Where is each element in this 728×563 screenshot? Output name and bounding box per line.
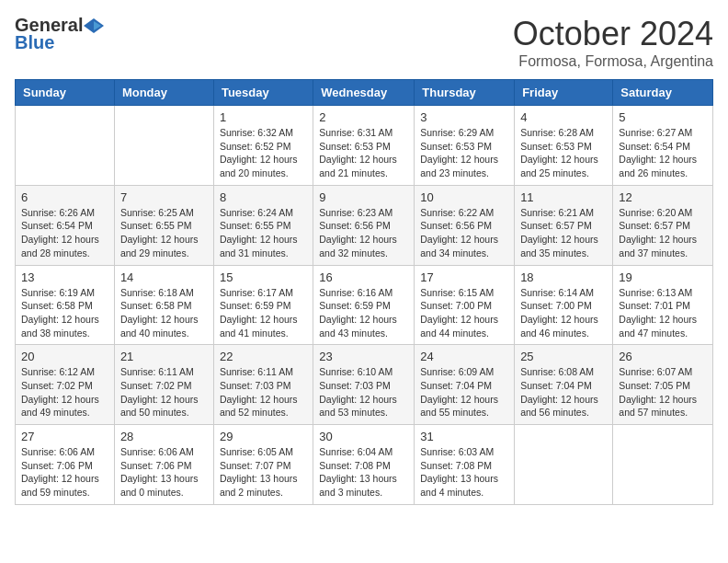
day-number: 1 [220,110,307,124]
calendar-week-row: 20Sunrise: 6:12 AMSunset: 7:02 PMDayligh… [16,345,713,425]
table-row: 11Sunrise: 6:21 AMSunset: 6:57 PMDayligh… [515,185,613,265]
day-info: Sunrise: 6:14 AMSunset: 7:00 PMDaylight:… [520,286,607,340]
day-info: Sunrise: 6:22 AMSunset: 6:56 PMDaylight:… [420,206,508,260]
day-number: 4 [520,110,607,124]
day-info: Sunrise: 6:04 AMSunset: 7:08 PMDaylight:… [319,445,408,500]
day-info: Sunrise: 6:32 AMSunset: 6:52 PMDaylight:… [220,126,307,180]
day-number: 25 [520,350,607,363]
day-number: 23 [319,350,408,363]
table-row: 15Sunrise: 6:17 AMSunset: 6:59 PMDayligh… [213,265,313,345]
table-row: 23Sunrise: 6:10 AMSunset: 7:03 PMDayligh… [313,345,415,425]
day-number: 12 [619,190,707,204]
table-row: 2Sunrise: 6:31 AMSunset: 6:53 PMDaylight… [313,106,415,186]
table-row [515,425,613,505]
day-number: 31 [420,430,508,443]
table-row: 28Sunrise: 6:06 AMSunset: 7:06 PMDayligh… [114,425,213,505]
table-row: 17Sunrise: 6:15 AMSunset: 7:00 PMDayligh… [415,265,515,345]
day-info: Sunrise: 6:08 AMSunset: 7:04 PMDaylight:… [520,365,607,419]
calendar-table: Sunday Monday Tuesday Wednesday Thursday… [15,79,713,505]
table-row [114,106,213,186]
day-number: 19 [619,270,707,284]
day-info: Sunrise: 6:27 AMSunset: 6:54 PMDaylight:… [619,126,707,180]
day-number: 13 [21,270,108,284]
calendar-week-row: 6Sunrise: 6:26 AMSunset: 6:54 PMDaylight… [16,185,713,265]
table-row [16,106,115,186]
table-row: 8Sunrise: 6:24 AMSunset: 6:55 PMDaylight… [213,185,313,265]
day-info: Sunrise: 6:15 AMSunset: 7:00 PMDaylight:… [420,286,508,340]
table-row: 20Sunrise: 6:12 AMSunset: 7:02 PMDayligh… [16,345,115,425]
day-info: Sunrise: 6:10 AMSunset: 7:03 PMDaylight:… [319,365,408,419]
day-info: Sunrise: 6:06 AMSunset: 7:06 PMDaylight:… [120,445,208,500]
day-info: Sunrise: 6:18 AMSunset: 6:58 PMDaylight:… [120,286,208,340]
day-info: Sunrise: 6:16 AMSunset: 6:59 PMDaylight:… [319,286,408,340]
table-row: 24Sunrise: 6:09 AMSunset: 7:04 PMDayligh… [415,345,515,425]
day-number: 29 [220,430,307,443]
logo-blue: Blue [15,32,54,53]
table-row: 1Sunrise: 6:32 AMSunset: 6:52 PMDaylight… [213,106,313,186]
header-tuesday: Tuesday [213,80,313,106]
header-wednesday: Wednesday [313,80,415,106]
day-number: 16 [319,270,408,284]
day-info: Sunrise: 6:11 AMSunset: 7:02 PMDaylight:… [120,365,208,419]
header-saturday: Saturday [613,80,713,106]
day-info: Sunrise: 6:07 AMSunset: 7:05 PMDaylight:… [619,365,707,419]
day-number: 7 [120,190,208,204]
day-number: 27 [21,430,108,443]
day-info: Sunrise: 6:28 AMSunset: 6:53 PMDaylight:… [520,126,607,180]
day-number: 26 [619,350,707,363]
calendar-week-row: 13Sunrise: 6:19 AMSunset: 6:58 PMDayligh… [16,265,713,345]
day-number: 11 [520,190,607,204]
table-row [613,425,713,505]
table-row: 21Sunrise: 6:11 AMSunset: 7:02 PMDayligh… [114,345,213,425]
day-info: Sunrise: 6:19 AMSunset: 6:58 PMDaylight:… [21,286,108,340]
day-number: 17 [420,270,508,284]
table-row: 18Sunrise: 6:14 AMSunset: 7:00 PMDayligh… [515,265,613,345]
table-row: 14Sunrise: 6:18 AMSunset: 6:58 PMDayligh… [114,265,213,345]
table-row: 7Sunrise: 6:25 AMSunset: 6:55 PMDaylight… [114,185,213,265]
day-number: 2 [319,110,408,124]
table-row: 10Sunrise: 6:22 AMSunset: 6:56 PMDayligh… [415,185,515,265]
day-info: Sunrise: 6:12 AMSunset: 7:02 PMDaylight:… [21,365,108,419]
day-number: 18 [520,270,607,284]
table-row: 26Sunrise: 6:07 AMSunset: 7:05 PMDayligh… [613,345,713,425]
day-info: Sunrise: 6:06 AMSunset: 7:06 PMDaylight:… [21,445,108,500]
day-number: 6 [21,190,108,204]
table-row: 16Sunrise: 6:16 AMSunset: 6:59 PMDayligh… [313,265,415,345]
day-number: 5 [619,110,707,124]
month-title: October 2024 [513,15,713,53]
day-number: 22 [220,350,307,363]
title-section: October 2024 Formosa, Formosa, Argentina [513,15,713,70]
table-row: 22Sunrise: 6:11 AMSunset: 7:03 PMDayligh… [213,345,313,425]
logo: General Blue [15,15,105,53]
day-number: 9 [319,190,408,204]
table-row: 30Sunrise: 6:04 AMSunset: 7:08 PMDayligh… [313,425,415,505]
day-info: Sunrise: 6:17 AMSunset: 6:59 PMDaylight:… [220,286,307,340]
day-info: Sunrise: 6:05 AMSunset: 7:07 PMDaylight:… [220,445,307,500]
table-row: 31Sunrise: 6:03 AMSunset: 7:08 PMDayligh… [415,425,515,505]
location-title: Formosa, Formosa, Argentina [513,53,713,70]
calendar-week-row: 27Sunrise: 6:06 AMSunset: 7:06 PMDayligh… [16,425,713,505]
day-info: Sunrise: 6:13 AMSunset: 7:01 PMDaylight:… [619,286,707,340]
day-info: Sunrise: 6:26 AMSunset: 6:54 PMDaylight:… [21,206,108,260]
table-row: 12Sunrise: 6:20 AMSunset: 6:57 PMDayligh… [613,185,713,265]
day-number: 28 [120,430,208,443]
table-row: 5Sunrise: 6:27 AMSunset: 6:54 PMDaylight… [613,106,713,186]
day-number: 10 [420,190,508,204]
day-number: 8 [220,190,307,204]
day-info: Sunrise: 6:25 AMSunset: 6:55 PMDaylight:… [120,206,208,260]
day-number: 30 [319,430,408,443]
day-number: 24 [420,350,508,363]
day-number: 21 [120,350,208,363]
day-info: Sunrise: 6:29 AMSunset: 6:53 PMDaylight:… [420,126,508,180]
header-sunday: Sunday [16,80,115,106]
day-number: 20 [21,350,108,363]
day-number: 3 [420,110,508,124]
day-number: 15 [220,270,307,284]
day-info: Sunrise: 6:20 AMSunset: 6:57 PMDaylight:… [619,206,707,260]
day-info: Sunrise: 6:21 AMSunset: 6:57 PMDaylight:… [520,206,607,260]
calendar-header-row: Sunday Monday Tuesday Wednesday Thursday… [16,80,713,106]
day-info: Sunrise: 6:31 AMSunset: 6:53 PMDaylight:… [319,126,408,180]
header-thursday: Thursday [415,80,515,106]
logo-flag-icon [84,17,104,34]
day-info: Sunrise: 6:11 AMSunset: 7:03 PMDaylight:… [220,365,307,419]
